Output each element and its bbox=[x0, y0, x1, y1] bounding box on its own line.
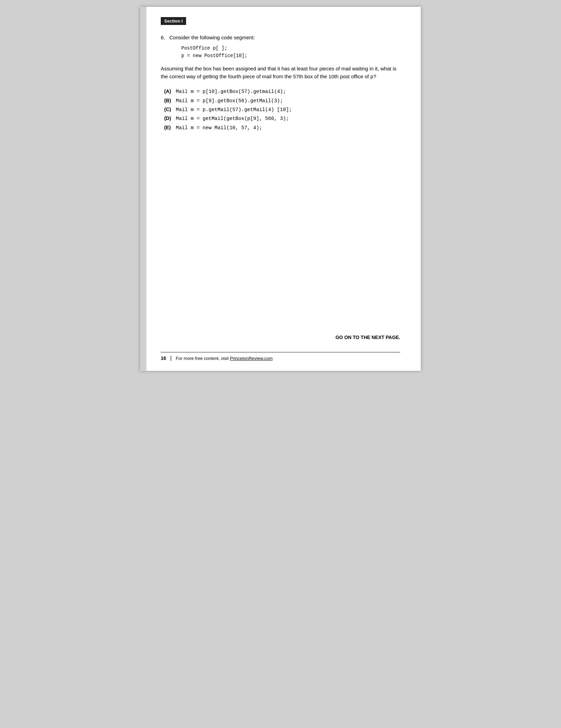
option-code: Mail m = p[9].getBox(56).getMail(3); bbox=[176, 97, 283, 105]
option-code: Mail m = getMail(getBox(p[9], 560, 3); bbox=[176, 114, 289, 123]
left-bar bbox=[140, 7, 146, 371]
section-badge: Section I bbox=[161, 17, 186, 25]
option-label: (B) bbox=[164, 96, 174, 105]
question-number-text: 6. Consider the following code segment: bbox=[161, 35, 400, 40]
answer-option: (D)Mail m = getMail(getBox(p[9], 560, 3)… bbox=[164, 114, 400, 123]
option-label: (C) bbox=[164, 105, 174, 114]
footer-page-number: 16 bbox=[161, 355, 166, 361]
question-block: 6. Consider the following code segment: … bbox=[161, 35, 400, 132]
next-page-text: GO ON TO THE NEXT PAGE. bbox=[336, 335, 400, 340]
inline-code-p: p bbox=[370, 74, 374, 80]
option-label: (D) bbox=[164, 114, 174, 123]
question-intro: Consider the following code segment: bbox=[169, 35, 255, 40]
footer-text: For more free content, visit PrincetonRe… bbox=[176, 356, 273, 361]
footer-link[interactable]: PrincetonReview.com bbox=[230, 356, 273, 361]
answer-option: (B)Mail m = p[9].getBox(56).getMail(3); bbox=[164, 96, 400, 105]
code-block: PostOffice p[ ]; p = new PostOffice[10]; bbox=[181, 44, 400, 60]
answer-option: (C)Mail m = p.getMail(57).getMail(4) [10… bbox=[164, 105, 400, 114]
answer-options: (A)Mail m = p[10].getBox(57).getmail(4);… bbox=[164, 87, 400, 132]
answer-option: (A)Mail m = p[10].getBox(57).getmail(4); bbox=[164, 87, 400, 96]
footer-text-prefix: For more free content, visit bbox=[176, 356, 230, 361]
footer: 16 | For more free content, visit Prince… bbox=[161, 352, 400, 361]
question-number: 6. bbox=[161, 35, 165, 40]
page: Section I 6. Consider the following code… bbox=[140, 7, 421, 371]
option-label: (A) bbox=[164, 87, 174, 96]
option-code: Mail m = new Mail(10, 57, 4); bbox=[176, 124, 262, 132]
question-text: Assuming that the box has been assigned … bbox=[161, 65, 400, 81]
answer-option: (E)Mail m = new Mail(10, 57, 4); bbox=[164, 123, 400, 132]
option-code: Mail m = p.getMail(57).getMail(4) [10]; bbox=[176, 106, 292, 114]
option-label: (E) bbox=[164, 123, 174, 132]
option-code: Mail m = p[10].getBox(57).getmail(4); bbox=[176, 87, 286, 96]
footer-divider: | bbox=[170, 355, 172, 361]
